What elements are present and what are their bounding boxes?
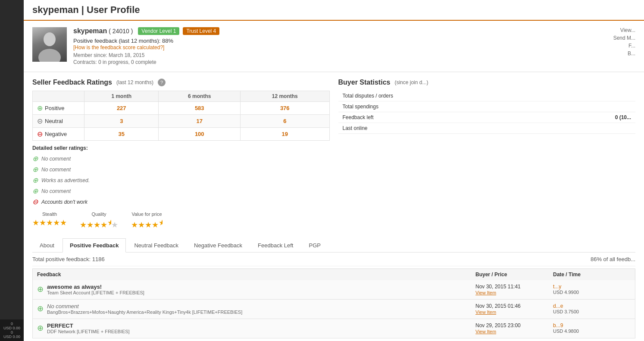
feedback-item: ⊕ No comment BangBros+Brazzers+Mofos+Nau… xyxy=(32,300,635,319)
tab-pgp[interactable]: PGP xyxy=(301,238,328,252)
feedback-price: USD 4.9900 xyxy=(553,290,631,295)
feedback-score: Positive feedback (last 12 months): 88% xyxy=(73,38,607,44)
negative-12months: 19 xyxy=(240,128,329,141)
profile-actions: View... Send M... F... B... xyxy=(613,27,635,57)
pos-icon: ⊕ xyxy=(32,176,38,184)
page-title: skypeman | User Profile xyxy=(32,4,635,16)
view-item-link[interactable]: View Item xyxy=(475,329,496,334)
list-item: ⊖ Accounts don't work xyxy=(32,196,330,207)
feedback-text: No comment xyxy=(47,303,475,309)
tabs-nav: About Positive Feedback Neutral Feedback… xyxy=(32,238,635,253)
feedback-list-header: Feedback Buyer / Price Date / Time xyxy=(32,268,635,280)
feedback-summary: Total positive feedback: 1186 86% of all… xyxy=(32,253,635,266)
negative-1month: 35 xyxy=(84,128,159,141)
pos-icon: ⊕ xyxy=(32,155,38,163)
list-item: ⊕ No comment xyxy=(32,186,330,196)
tab-about[interactable]: About xyxy=(32,238,62,252)
positive-6months: 583 xyxy=(159,102,241,115)
stars-section: Stealth ★★★★★ Quality ★★★★★★ Value for p… xyxy=(32,212,330,230)
buyer-name[interactable]: b...9 xyxy=(553,322,631,328)
buyer-name[interactable]: t...y xyxy=(553,284,631,290)
buyer-section: Buyer Statistics (since join d...) Total… xyxy=(338,79,636,230)
feedback-product: DDF Network [LIFETIME + FREEBIES] xyxy=(47,329,475,334)
table-row: ⊖ Negative 35 100 19 xyxy=(33,128,330,141)
view-item-link[interactable]: View Item xyxy=(475,290,496,295)
col-1month: 1 month xyxy=(84,91,159,102)
buyer-stats-table: Total disputes / orders Total spendings … xyxy=(338,91,636,134)
feedback-text: PERFECT xyxy=(47,322,475,329)
positive-icon: ⊕ xyxy=(37,104,43,112)
member-since: Member since: March 18, 2015 xyxy=(73,52,607,58)
feedback-link[interactable]: [How is the feedback score calculated?] xyxy=(73,44,164,51)
col-12months: 12 months xyxy=(240,91,329,102)
user-id: ( 24010 ) xyxy=(109,28,133,35)
buyer-stats-title: Buyer Statistics xyxy=(338,79,391,86)
feedback-left-value: 0 (10... xyxy=(548,112,635,123)
feedback-price: USD 4.9800 xyxy=(553,328,631,334)
feedback-content: awesome as always! Team Skeet Account [L… xyxy=(47,284,475,295)
neg-icon: ⊖ xyxy=(32,198,38,206)
stealth-stars: ★★★★★ xyxy=(32,218,67,227)
feedback-buyer: Nov 30, 2015 01:46 View Item xyxy=(475,303,553,315)
pos-icon: ⊕ xyxy=(32,165,38,174)
positive-12months: 376 xyxy=(240,102,329,115)
neutral-12months: 6 xyxy=(240,115,329,128)
cart-total2: USD 0.00 xyxy=(1,335,22,339)
pos-icon: ⊕ xyxy=(32,187,38,195)
feedback-product: BangBros+Brazzers+Mofos+Naughty America+… xyxy=(47,309,475,315)
table-row: Total spendings xyxy=(338,101,636,112)
col-date-header: Date / Time xyxy=(553,272,631,278)
negative-icon: ⊖ xyxy=(37,130,43,138)
feedback-date: t...y USD 4.9900 xyxy=(553,284,631,296)
tab-neutral-feedback[interactable]: Neutral Feedback xyxy=(127,238,186,252)
value-rating: Value for price ★★★★★ xyxy=(131,212,163,230)
feedback-text: awesome as always! xyxy=(47,284,475,290)
feedback-ratings-table: 1 month 6 months 12 months ⊕ xyxy=(32,91,330,141)
tab-feedback-left[interactable]: Feedback Left xyxy=(250,238,300,252)
seller-section: Seller Feedback Ratings (last 12 months)… xyxy=(32,79,330,230)
last-online-label: Last online xyxy=(338,123,548,134)
feedback-right: Nov 29, 2015 23:00 View Item b...9 USD 4… xyxy=(475,322,631,335)
svg-point-1 xyxy=(38,49,61,62)
tab-positive-feedback[interactable]: Positive Feedback xyxy=(63,238,126,253)
percent-all: 86% of all feedb... xyxy=(591,256,635,262)
feedback-buyer: Nov 30, 2015 11:41 View Item xyxy=(475,284,553,296)
feedback-date: b...9 USD 4.9800 xyxy=(553,322,631,335)
tab-negative-feedback[interactable]: Negative Feedback xyxy=(187,238,250,252)
quality-label: Quality xyxy=(80,212,118,217)
feedback-price: USD 3.7500 xyxy=(553,309,631,314)
table-row: Last online xyxy=(338,123,636,134)
spendings-label: Total spendings xyxy=(338,101,548,112)
col-buyer-header: Buyer / Price xyxy=(475,272,553,278)
cart-count: 0 xyxy=(1,322,22,326)
pos-feedback-icon: ⊕ xyxy=(37,323,44,333)
feedback-left-label: Feedback left xyxy=(338,112,548,123)
feedback-date: d...e USD 3.7500 xyxy=(553,303,631,315)
feedback-buyer: Nov 29, 2015 23:00 View Item xyxy=(475,322,553,335)
seller-ratings-subtitle: (last 12 months) xyxy=(116,79,153,85)
disputes-label: Total disputes / orders xyxy=(338,91,548,101)
contracts: Contracts: 0 in progress, 0 complete xyxy=(73,59,607,65)
tabs-section: About Positive Feedback Neutral Feedback… xyxy=(32,238,635,338)
table-row: Total disputes / orders xyxy=(338,91,636,101)
cart-total: USD 0.00 xyxy=(1,326,22,330)
last-online-value xyxy=(548,123,635,134)
table-row: ⊝ Neutral 3 17 6 xyxy=(33,115,330,128)
feedback-right: Nov 30, 2015 01:46 View Item d...e USD 3… xyxy=(475,303,631,315)
username: skypeman xyxy=(73,27,107,35)
feedback-content: PERFECT DDF Network [LIFETIME + FREEBIES… xyxy=(47,322,475,334)
neutral-1month: 3 xyxy=(84,115,159,128)
view-item-link[interactable]: View Item xyxy=(475,309,496,315)
vendor-badge: Vendor Level 1 xyxy=(138,27,179,35)
help-icon[interactable]: ? xyxy=(158,79,166,86)
buyer-name[interactable]: d...e xyxy=(553,303,631,309)
quality-rating: Quality ★★★★★★ xyxy=(80,212,118,230)
stealth-rating: Stealth ★★★★★ xyxy=(32,212,67,230)
table-row: ⊕ Positive 227 583 376 xyxy=(33,102,330,115)
cart-count2: 0 xyxy=(1,330,22,335)
list-item: ⊕ Works as advertised. xyxy=(32,175,330,186)
col-feedback-header: Feedback xyxy=(37,272,475,278)
svg-point-0 xyxy=(44,32,56,46)
avatar xyxy=(32,27,67,62)
profile-info: skypeman ( 24010 ) Vendor Level 1 Trust … xyxy=(73,27,607,65)
